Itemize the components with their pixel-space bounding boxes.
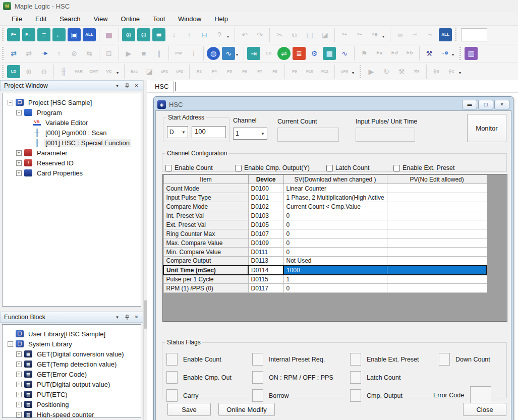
hsc-dialog-titlebar[interactable]: ◈ HSC ▬ ▢ ✕	[155, 98, 511, 110]
project-tree-item[interactable]: VRVariable Editor	[6, 117, 140, 128]
cell-pv[interactable]	[387, 184, 487, 193]
toolbar-grip[interactable]	[458, 47, 462, 60]
mode-stop-icon[interactable]: ■	[137, 47, 150, 60]
mode-pause-icon[interactable]: ∥	[152, 47, 165, 60]
program-list-icon[interactable]: ≣	[152, 28, 165, 41]
function-block-tree-item[interactable]: +≣Positioning	[6, 399, 140, 409]
project-tree-item[interactable]: ╫[001] HSC : Special Function	[6, 138, 140, 148]
esc-tool-icon[interactable]: Esc	[128, 65, 141, 78]
tree-expander-icon[interactable]: +	[16, 351, 22, 357]
toolbar-grip[interactable]	[1, 47, 5, 60]
cut-icon[interactable]: ✂	[273, 28, 286, 41]
panel-menu-icon[interactable]: ▾	[113, 82, 122, 90]
f4-contact-icon[interactable]: F4	[208, 65, 221, 78]
cell-sv[interactable]: 0	[283, 229, 387, 238]
cell-item[interactable]: RPM (1) /PPS (0)	[163, 284, 248, 293]
menu-online[interactable]: Online	[114, 13, 147, 25]
checkbox-box-icon[interactable]	[235, 165, 242, 171]
cell-device[interactable]: D0103	[248, 211, 283, 220]
function-block-tree-item[interactable]: ❐User Library[HSC Sample]	[6, 329, 140, 339]
undo-icon[interactable]: ↶	[238, 28, 251, 41]
dropdown-caret-icon[interactable]: ▾	[382, 34, 387, 39]
upload-icon[interactable]: ↑	[183, 28, 196, 41]
project-tree-item[interactable]: −Program	[6, 107, 140, 117]
bookmark-all-icon[interactable]: ⚑A	[373, 47, 386, 60]
cell-item[interactable]: Pulse per 1 Cycle	[163, 275, 248, 284]
project-tree-item[interactable]: +Parameter	[6, 148, 140, 158]
remove-program-icon[interactable]: ⊖	[137, 28, 150, 41]
dropdown-caret-icon[interactable]: ▾	[352, 71, 357, 75]
menu-help[interactable]: Help	[208, 13, 235, 25]
cell-sv[interactable]: Current Count < Cmp.Value	[283, 202, 387, 211]
paste-icon[interactable]: ▤	[303, 28, 316, 41]
cell-device[interactable]: D0101	[248, 193, 283, 202]
restore-icon[interactable]: ▢	[478, 100, 493, 109]
cell-sv[interactable]: 0	[283, 284, 387, 293]
cell-item[interactable]: Compare Mode	[163, 202, 248, 211]
tree-expander-icon[interactable]: +	[16, 382, 22, 387]
bookmark-next-icon[interactable]: ⚑↻	[403, 47, 416, 60]
download-icon[interactable]: ↓	[167, 28, 181, 41]
tree-expander-icon[interactable]: −	[16, 110, 22, 115]
toolbar-grip[interactable]	[1, 65, 5, 78]
menu-file[interactable]: File	[5, 13, 29, 25]
close-icon[interactable]: ✕	[132, 313, 141, 321]
verify-compare-icon[interactable]: ⇄	[7, 47, 20, 60]
cell-pv[interactable]	[387, 229, 487, 238]
cell-pv[interactable]	[387, 266, 487, 275]
print-icon[interactable]: ⊟	[198, 28, 211, 41]
project-tree-item[interactable]: +!Reserved IO	[6, 158, 140, 168]
dropdown-caret-icon[interactable]: ▾	[452, 52, 457, 57]
f7-contact-icon[interactable]: F7	[253, 65, 266, 78]
cell-pv[interactable]	[387, 211, 487, 220]
calculator-icon[interactable]: ▦	[323, 47, 336, 60]
copy-icon[interactable]: ⧉	[288, 28, 301, 41]
menu-window[interactable]: Window	[171, 13, 208, 25]
cell-pv[interactable]	[387, 193, 487, 202]
network-connect-icon[interactable]: ◍	[207, 47, 220, 60]
module-list-icon[interactable]: ≣	[293, 47, 306, 60]
shuffle-io-icon[interactable]: ⇌	[277, 47, 291, 60]
settings-gear-icon[interactable]: ⚙	[308, 47, 321, 60]
panel-menu-icon[interactable]: ▾	[113, 313, 122, 321]
cell-pv[interactable]	[387, 284, 487, 293]
menu-edit[interactable]: Edit	[29, 13, 53, 25]
add-program-icon[interactable]: ⊕	[122, 28, 135, 41]
special-transfer-icon[interactable]: ⇥	[247, 47, 260, 60]
channel-select[interactable]: 1 ▼	[233, 128, 267, 140]
cell-device[interactable]: D0115	[248, 275, 283, 284]
tab-hsc[interactable]: HSC	[150, 81, 174, 92]
toolbar-grip[interactable]	[454, 28, 457, 41]
find-down-icon[interactable]: ∞↓	[424, 28, 437, 41]
checkbox-latch-count[interactable]: Latch Count	[326, 164, 369, 171]
cell-item[interactable]: Compare Output	[163, 257, 248, 266]
build-all-icon[interactable]: ⚒▾	[410, 65, 423, 78]
cell-sv[interactable]: 0	[283, 211, 387, 220]
f6-contact-icon[interactable]: F6	[238, 65, 251, 78]
cell-device[interactable]: D0109	[248, 238, 283, 248]
variable-window-icon[interactable]: VAR	[72, 65, 85, 78]
pin-icon[interactable]	[123, 313, 131, 321]
project-tree-item[interactable]: −❐Project [HSC Sample]	[6, 97, 140, 107]
cell-sv[interactable]: 1000	[283, 266, 387, 275]
checkbox-box-icon[interactable]	[165, 165, 172, 171]
cell-sv[interactable]: 0	[283, 238, 387, 248]
cell-device[interactable]: D0117	[248, 284, 283, 293]
tree-expander-icon[interactable]: +	[16, 150, 22, 156]
cell-pv[interactable]	[387, 257, 487, 266]
tree-expander-icon[interactable]: +	[16, 392, 22, 397]
tree-expander-icon[interactable]: +	[16, 412, 22, 417]
trend-graph-icon[interactable]: ∿	[338, 47, 351, 60]
cell-sv[interactable]: 0	[283, 248, 387, 257]
f12-coil-icon[interactable]: F12	[318, 65, 331, 78]
verify-off-icon[interactable]: ⇄	[22, 47, 35, 60]
toolbar-grip[interactable]	[1, 28, 5, 41]
f9-coil-icon[interactable]: F9	[288, 65, 301, 78]
menu-search[interactable]: Search	[53, 13, 87, 25]
sf2-tool-icon[interactable]: sF2	[158, 65, 171, 78]
close-icon[interactable]: ✕	[132, 82, 141, 90]
minimize-icon[interactable]: ▬	[462, 100, 477, 109]
save-all-icon[interactable]: ALL	[83, 28, 96, 41]
dropdown-caret-icon[interactable]: ▾	[236, 52, 241, 57]
function-block-tree-item[interactable]: +≣GET(Temp detection value)	[6, 359, 140, 369]
